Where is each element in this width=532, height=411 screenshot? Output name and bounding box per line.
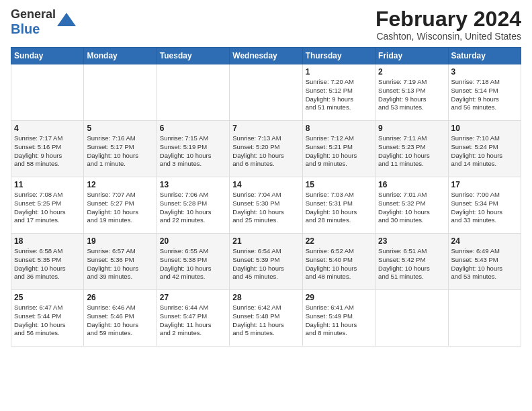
day-number: 22 (306, 236, 372, 246)
col-saturday: Saturday (448, 48, 521, 64)
table-row: 15Sunrise: 7:03 AM Sunset: 5:31 PM Dayli… (302, 177, 375, 234)
day-number: 2 (378, 67, 445, 77)
day-info: Sunrise: 7:03 AM Sunset: 5:31 PM Dayligh… (306, 191, 372, 225)
svg-marker-0 (57, 13, 76, 26)
table-row: 3Sunrise: 7:18 AM Sunset: 5:14 PM Daylig… (448, 64, 521, 121)
day-number: 14 (232, 180, 299, 189)
day-number: 8 (306, 124, 372, 133)
day-number: 10 (451, 124, 518, 133)
day-info: Sunrise: 7:17 AM Sunset: 5:16 PM Dayligh… (14, 134, 81, 169)
day-info: Sunrise: 7:01 AM Sunset: 5:32 PM Dayligh… (378, 191, 445, 225)
day-info: Sunrise: 6:47 AM Sunset: 5:44 PM Dayligh… (14, 304, 81, 338)
day-number: 28 (232, 293, 299, 302)
table-row: 19Sunrise: 6:57 AM Sunset: 5:36 PM Dayli… (84, 234, 157, 290)
table-row (448, 290, 521, 347)
table-row: 18Sunrise: 6:58 AM Sunset: 5:35 PM Dayli… (11, 234, 84, 290)
table-row: 28Sunrise: 6:42 AM Sunset: 5:48 PM Dayli… (230, 290, 302, 347)
header: General Blue February 2024 Cashton, Wisc… (11, 8, 521, 42)
day-info: Sunrise: 6:51 AM Sunset: 5:42 PM Dayligh… (378, 247, 445, 281)
table-row: 20Sunrise: 6:55 AM Sunset: 5:38 PM Dayli… (157, 234, 229, 290)
table-row: 25Sunrise: 6:47 AM Sunset: 5:44 PM Dayli… (11, 290, 84, 347)
col-thursday: Thursday (302, 48, 375, 64)
day-number: 13 (160, 180, 226, 189)
day-info: Sunrise: 6:46 AM Sunset: 5:46 PM Dayligh… (87, 304, 153, 338)
table-row: 23Sunrise: 6:51 AM Sunset: 5:42 PM Dayli… (375, 234, 448, 290)
day-info: Sunrise: 7:06 AM Sunset: 5:28 PM Dayligh… (160, 191, 226, 225)
day-info: Sunrise: 7:15 AM Sunset: 5:19 PM Dayligh… (160, 134, 226, 169)
table-row: 21Sunrise: 6:54 AM Sunset: 5:39 PM Dayli… (230, 234, 302, 290)
table-row: 11Sunrise: 7:08 AM Sunset: 5:25 PM Dayli… (11, 177, 84, 234)
day-number: 19 (87, 236, 153, 246)
day-number: 12 (87, 180, 153, 189)
col-tuesday: Tuesday (157, 48, 229, 64)
day-info: Sunrise: 6:54 AM Sunset: 5:39 PM Dayligh… (232, 247, 299, 281)
table-row: 1Sunrise: 7:20 AM Sunset: 5:12 PM Daylig… (302, 64, 375, 121)
month-year: February 2024 (375, 8, 521, 30)
day-number: 21 (232, 236, 299, 246)
calendar-week-row: 25Sunrise: 6:47 AM Sunset: 5:44 PM Dayli… (11, 290, 521, 347)
day-number: 9 (378, 124, 445, 133)
day-number: 15 (306, 180, 372, 189)
day-info: Sunrise: 7:04 AM Sunset: 5:30 PM Dayligh… (232, 191, 299, 225)
day-number: 16 (378, 180, 445, 189)
day-info: Sunrise: 7:18 AM Sunset: 5:14 PM Dayligh… (451, 78, 518, 112)
table-row: 26Sunrise: 6:46 AM Sunset: 5:46 PM Dayli… (84, 290, 157, 347)
table-row: 29Sunrise: 6:41 AM Sunset: 5:49 PM Dayli… (302, 290, 375, 347)
table-row: 5Sunrise: 7:16 AM Sunset: 5:17 PM Daylig… (84, 121, 157, 177)
table-row: 6Sunrise: 7:15 AM Sunset: 5:19 PM Daylig… (157, 121, 229, 177)
day-number: 17 (451, 180, 518, 189)
table-row: 8Sunrise: 7:12 AM Sunset: 5:21 PM Daylig… (302, 121, 375, 177)
day-number: 1 (306, 67, 372, 77)
day-info: Sunrise: 7:16 AM Sunset: 5:17 PM Dayligh… (87, 134, 153, 169)
day-info: Sunrise: 7:13 AM Sunset: 5:20 PM Dayligh… (232, 134, 299, 169)
table-row (375, 290, 448, 347)
day-number: 26 (87, 293, 153, 302)
day-info: Sunrise: 7:20 AM Sunset: 5:12 PM Dayligh… (306, 78, 372, 112)
page: General Blue February 2024 Cashton, Wisc… (0, 0, 532, 411)
day-number: 5 (87, 124, 153, 133)
day-info: Sunrise: 6:42 AM Sunset: 5:48 PM Dayligh… (232, 304, 299, 338)
table-row: 14Sunrise: 7:04 AM Sunset: 5:30 PM Dayli… (230, 177, 302, 234)
day-info: Sunrise: 6:55 AM Sunset: 5:38 PM Dayligh… (160, 247, 226, 281)
day-number: 18 (14, 236, 81, 246)
table-row: 22Sunrise: 6:52 AM Sunset: 5:40 PM Dayli… (302, 234, 375, 290)
col-friday: Friday (375, 48, 448, 64)
location: Cashton, Wisconsin, United States (375, 31, 521, 42)
calendar-header-row: Sunday Monday Tuesday Wednesday Thursday… (11, 48, 521, 64)
day-number: 4 (14, 124, 81, 133)
calendar-table: Sunday Monday Tuesday Wednesday Thursday… (11, 47, 521, 347)
logo-general: General (11, 7, 56, 21)
table-row (11, 64, 84, 121)
table-row: 4Sunrise: 7:17 AM Sunset: 5:16 PM Daylig… (11, 121, 84, 177)
day-info: Sunrise: 6:58 AM Sunset: 5:35 PM Dayligh… (14, 247, 81, 281)
table-row: 17Sunrise: 7:00 AM Sunset: 5:34 PM Dayli… (448, 177, 521, 234)
day-info: Sunrise: 7:00 AM Sunset: 5:34 PM Dayligh… (451, 191, 518, 225)
table-row: 9Sunrise: 7:11 AM Sunset: 5:23 PM Daylig… (375, 121, 448, 177)
day-number: 23 (378, 236, 445, 246)
table-row: 24Sunrise: 6:49 AM Sunset: 5:43 PM Dayli… (448, 234, 521, 290)
table-row: 2Sunrise: 7:19 AM Sunset: 5:13 PM Daylig… (375, 64, 448, 121)
day-info: Sunrise: 7:12 AM Sunset: 5:21 PM Dayligh… (306, 134, 372, 169)
day-info: Sunrise: 7:11 AM Sunset: 5:23 PM Dayligh… (378, 134, 445, 169)
table-row (84, 64, 157, 121)
day-info: Sunrise: 7:10 AM Sunset: 5:24 PM Dayligh… (451, 134, 518, 169)
day-number: 11 (14, 180, 81, 189)
col-monday: Monday (84, 48, 157, 64)
day-info: Sunrise: 6:49 AM Sunset: 5:43 PM Dayligh… (451, 247, 518, 281)
col-sunday: Sunday (11, 48, 84, 64)
day-number: 7 (232, 124, 299, 133)
day-number: 27 (160, 293, 226, 302)
day-number: 6 (160, 124, 226, 133)
day-info: Sunrise: 6:41 AM Sunset: 5:49 PM Dayligh… (306, 304, 372, 338)
table-row: 13Sunrise: 7:06 AM Sunset: 5:28 PM Dayli… (157, 177, 229, 234)
table-row: 7Sunrise: 7:13 AM Sunset: 5:20 PM Daylig… (230, 121, 302, 177)
table-row (157, 64, 229, 121)
day-number: 20 (160, 236, 226, 246)
calendar-week-row: 4Sunrise: 7:17 AM Sunset: 5:16 PM Daylig… (11, 121, 521, 177)
day-info: Sunrise: 7:07 AM Sunset: 5:27 PM Dayligh… (87, 191, 153, 225)
day-number: 3 (451, 67, 518, 77)
day-number: 24 (451, 236, 518, 246)
table-row (230, 64, 302, 121)
calendar-week-row: 18Sunrise: 6:58 AM Sunset: 5:35 PM Dayli… (11, 234, 521, 290)
day-info: Sunrise: 7:19 AM Sunset: 5:13 PM Dayligh… (378, 78, 445, 112)
